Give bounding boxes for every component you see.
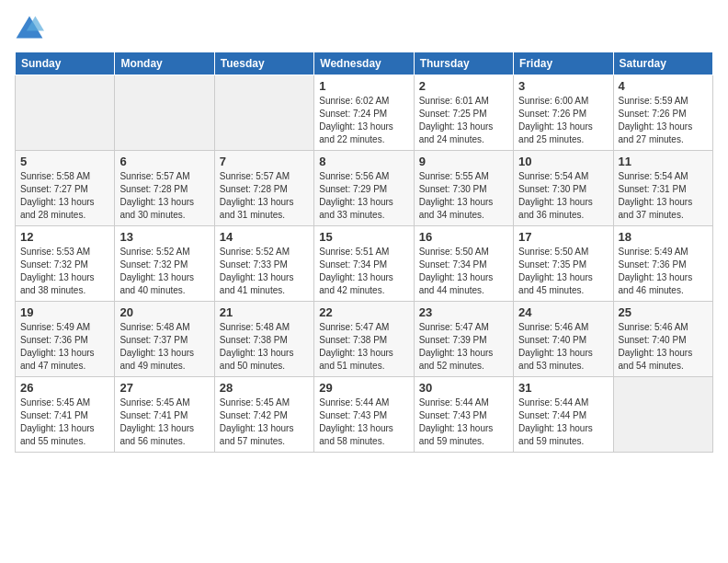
calendar-cell: 23Sunrise: 5:47 AM Sunset: 7:39 PM Dayli…	[414, 302, 513, 377]
page-header	[15, 15, 713, 40]
day-info: Sunrise: 5:48 AM Sunset: 7:37 PM Dayligh…	[119, 321, 209, 373]
day-number: 12	[20, 230, 109, 244]
calendar-cell	[115, 75, 214, 151]
day-number: 22	[319, 305, 408, 319]
calendar-cell: 22Sunrise: 5:47 AM Sunset: 7:38 PM Dayli…	[314, 302, 414, 377]
day-number: 10	[518, 155, 608, 168]
weekday-header: Friday	[514, 52, 613, 75]
day-info: Sunrise: 5:55 AM Sunset: 7:30 PM Dayligh…	[419, 170, 508, 222]
day-info: Sunrise: 5:45 AM Sunset: 7:42 PM Dayligh…	[220, 396, 309, 448]
day-number: 8	[319, 155, 408, 168]
day-info: Sunrise: 5:44 AM Sunset: 7:43 PM Dayligh…	[319, 396, 408, 448]
day-number: 27	[119, 381, 209, 395]
day-number: 29	[319, 381, 408, 395]
day-info: Sunrise: 5:54 AM Sunset: 7:31 PM Dayligh…	[619, 170, 708, 222]
day-info: Sunrise: 5:57 AM Sunset: 7:28 PM Dayligh…	[220, 170, 309, 222]
day-number: 21	[220, 305, 309, 319]
calendar-cell: 8Sunrise: 5:56 AM Sunset: 7:29 PM Daylig…	[314, 151, 414, 226]
calendar-week-row: 5Sunrise: 5:58 AM Sunset: 7:27 PM Daylig…	[16, 151, 713, 226]
calendar-cell: 14Sunrise: 5:52 AM Sunset: 7:33 PM Dayli…	[214, 226, 313, 302]
day-number: 15	[319, 230, 408, 244]
day-info: Sunrise: 5:50 AM Sunset: 7:35 PM Dayligh…	[518, 246, 608, 297]
calendar-cell: 31Sunrise: 5:44 AM Sunset: 7:44 PM Dayli…	[514, 377, 613, 453]
day-info: Sunrise: 5:44 AM Sunset: 7:43 PM Dayligh…	[419, 396, 508, 448]
weekday-header: Monday	[115, 52, 214, 75]
calendar-cell: 1Sunrise: 6:02 AM Sunset: 7:24 PM Daylig…	[314, 75, 414, 151]
day-number: 5	[20, 155, 109, 168]
calendar-cell: 12Sunrise: 5:53 AM Sunset: 7:32 PM Dayli…	[16, 226, 115, 302]
day-info: Sunrise: 5:50 AM Sunset: 7:34 PM Dayligh…	[419, 246, 508, 297]
day-number: 19	[20, 305, 109, 319]
calendar-cell: 10Sunrise: 5:54 AM Sunset: 7:30 PM Dayli…	[514, 151, 613, 226]
calendar-cell: 28Sunrise: 5:45 AM Sunset: 7:42 PM Dayli…	[214, 377, 313, 453]
day-info: Sunrise: 5:49 AM Sunset: 7:36 PM Dayligh…	[20, 321, 109, 373]
day-info: Sunrise: 6:00 AM Sunset: 7:26 PM Dayligh…	[518, 95, 608, 146]
day-number: 14	[220, 230, 309, 244]
day-number: 2	[419, 79, 508, 93]
day-number: 11	[619, 155, 708, 168]
day-info: Sunrise: 5:52 AM Sunset: 7:32 PM Dayligh…	[119, 246, 209, 297]
day-number: 7	[220, 155, 309, 168]
day-number: 4	[619, 79, 708, 93]
day-number: 17	[518, 230, 608, 244]
calendar-cell: 18Sunrise: 5:49 AM Sunset: 7:36 PM Dayli…	[613, 226, 712, 302]
day-info: Sunrise: 5:57 AM Sunset: 7:28 PM Dayligh…	[119, 170, 209, 222]
day-number: 25	[619, 305, 708, 319]
day-number: 9	[419, 155, 508, 168]
day-number: 28	[220, 381, 309, 395]
calendar-cell: 11Sunrise: 5:54 AM Sunset: 7:31 PM Dayli…	[613, 151, 712, 226]
day-number: 3	[518, 79, 608, 93]
calendar-cell: 4Sunrise: 5:59 AM Sunset: 7:26 PM Daylig…	[613, 75, 712, 151]
day-info: Sunrise: 5:58 AM Sunset: 7:27 PM Dayligh…	[20, 170, 109, 222]
calendar-cell: 16Sunrise: 5:50 AM Sunset: 7:34 PM Dayli…	[414, 226, 513, 302]
day-info: Sunrise: 5:52 AM Sunset: 7:33 PM Dayligh…	[220, 246, 309, 297]
day-info: Sunrise: 5:54 AM Sunset: 7:30 PM Dayligh…	[518, 170, 608, 222]
calendar-cell: 30Sunrise: 5:44 AM Sunset: 7:43 PM Dayli…	[414, 377, 513, 453]
calendar-cell: 17Sunrise: 5:50 AM Sunset: 7:35 PM Dayli…	[514, 226, 613, 302]
day-info: Sunrise: 5:45 AM Sunset: 7:41 PM Dayligh…	[119, 396, 209, 448]
logo-icon	[15, 15, 44, 40]
day-info: Sunrise: 5:56 AM Sunset: 7:29 PM Dayligh…	[319, 170, 408, 222]
calendar-cell	[214, 75, 313, 151]
calendar-cell	[613, 377, 712, 453]
day-number: 31	[518, 381, 608, 395]
calendar-cell: 9Sunrise: 5:55 AM Sunset: 7:30 PM Daylig…	[414, 151, 513, 226]
day-info: Sunrise: 6:02 AM Sunset: 7:24 PM Dayligh…	[319, 95, 408, 146]
calendar-cell: 3Sunrise: 6:00 AM Sunset: 7:26 PM Daylig…	[514, 75, 613, 151]
day-info: Sunrise: 5:47 AM Sunset: 7:38 PM Dayligh…	[319, 321, 408, 373]
day-number: 13	[119, 230, 209, 244]
day-number: 23	[419, 305, 508, 319]
calendar-table: SundayMondayTuesdayWednesdayThursdayFrid…	[15, 52, 713, 453]
calendar-cell: 19Sunrise: 5:49 AM Sunset: 7:36 PM Dayli…	[16, 302, 115, 377]
day-info: Sunrise: 5:51 AM Sunset: 7:34 PM Dayligh…	[319, 246, 408, 297]
calendar-header: SundayMondayTuesdayWednesdayThursdayFrid…	[16, 52, 713, 75]
calendar-cell: 27Sunrise: 5:45 AM Sunset: 7:41 PM Dayli…	[115, 377, 214, 453]
day-info: Sunrise: 5:49 AM Sunset: 7:36 PM Dayligh…	[619, 246, 708, 297]
calendar-cell: 29Sunrise: 5:44 AM Sunset: 7:43 PM Dayli…	[314, 377, 414, 453]
day-number: 1	[319, 79, 408, 93]
calendar-week-row: 26Sunrise: 5:45 AM Sunset: 7:41 PM Dayli…	[16, 377, 713, 453]
calendar-cell: 25Sunrise: 5:46 AM Sunset: 7:40 PM Dayli…	[613, 302, 712, 377]
weekday-header: Wednesday	[314, 52, 414, 75]
calendar-cell: 26Sunrise: 5:45 AM Sunset: 7:41 PM Dayli…	[16, 377, 115, 453]
calendar-cell: 7Sunrise: 5:57 AM Sunset: 7:28 PM Daylig…	[214, 151, 313, 226]
day-number: 6	[119, 155, 209, 168]
calendar-cell: 20Sunrise: 5:48 AM Sunset: 7:37 PM Dayli…	[115, 302, 214, 377]
day-info: Sunrise: 5:46 AM Sunset: 7:40 PM Dayligh…	[518, 321, 608, 373]
calendar-cell	[16, 75, 115, 151]
calendar-cell: 21Sunrise: 5:48 AM Sunset: 7:38 PM Dayli…	[214, 302, 313, 377]
day-info: Sunrise: 5:48 AM Sunset: 7:38 PM Dayligh…	[220, 321, 309, 373]
logo	[15, 15, 48, 40]
calendar-cell: 5Sunrise: 5:58 AM Sunset: 7:27 PM Daylig…	[16, 151, 115, 226]
day-number: 18	[619, 230, 708, 244]
day-info: Sunrise: 5:53 AM Sunset: 7:32 PM Dayligh…	[20, 246, 109, 297]
weekday-header: Tuesday	[214, 52, 313, 75]
day-info: Sunrise: 5:46 AM Sunset: 7:40 PM Dayligh…	[619, 321, 708, 373]
calendar-cell: 2Sunrise: 6:01 AM Sunset: 7:25 PM Daylig…	[414, 75, 513, 151]
day-info: Sunrise: 5:44 AM Sunset: 7:44 PM Dayligh…	[518, 396, 608, 448]
calendar-cell: 24Sunrise: 5:46 AM Sunset: 7:40 PM Dayli…	[514, 302, 613, 377]
weekday-header: Sunday	[16, 52, 115, 75]
day-number: 20	[119, 305, 209, 319]
weekday-header: Saturday	[613, 52, 712, 75]
day-info: Sunrise: 6:01 AM Sunset: 7:25 PM Dayligh…	[419, 95, 508, 146]
